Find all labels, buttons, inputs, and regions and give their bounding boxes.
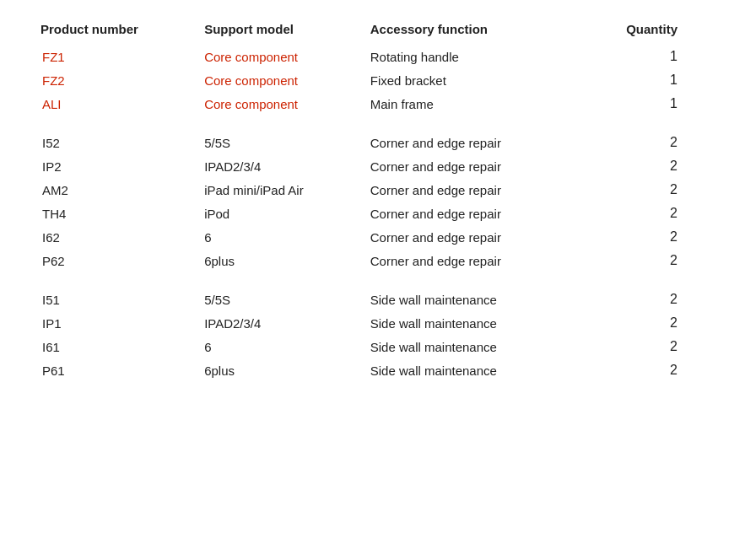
product-number: ALI bbox=[34, 92, 197, 116]
accessory-function: Corner and edge repair bbox=[364, 225, 576, 249]
quantity: 2 bbox=[576, 335, 711, 358]
product-number: FZ2 bbox=[34, 68, 197, 92]
accessory-function: Corner and edge repair bbox=[364, 131, 576, 154]
header-product-number: Product number bbox=[34, 17, 197, 45]
quantity: 2 bbox=[576, 288, 711, 311]
support-model: 5/5S bbox=[197, 131, 364, 154]
table-row: ALICore componentMain frame1 bbox=[34, 92, 711, 116]
support-model: iPod bbox=[197, 202, 364, 225]
table-row: TH4iPodCorner and edge repair2 bbox=[34, 202, 711, 225]
accessory-function: Corner and edge repair bbox=[364, 178, 576, 202]
support-model: iPad mini/iPad Air bbox=[197, 178, 364, 202]
table-row: P616plusSide wall maintenance2 bbox=[34, 358, 711, 382]
accessory-function: Corner and edge repair bbox=[364, 154, 576, 178]
product-number: I52 bbox=[34, 131, 197, 154]
quantity: 2 bbox=[576, 202, 711, 225]
support-model: IPAD2/3/4 bbox=[197, 311, 364, 335]
accessory-function: Main frame bbox=[364, 92, 576, 116]
support-model: Core component bbox=[197, 92, 364, 116]
quantity: 1 bbox=[576, 92, 711, 116]
table-row: I616Side wall maintenance2 bbox=[34, 335, 711, 358]
table-row: IP2IPAD2/3/4Corner and edge repair2 bbox=[34, 154, 711, 178]
spacer-row bbox=[34, 272, 711, 288]
header-accessory-function: Accessory function bbox=[364, 17, 576, 45]
product-number: IP1 bbox=[34, 311, 197, 335]
product-number: I61 bbox=[34, 335, 197, 358]
product-number: I62 bbox=[34, 225, 197, 249]
table-row: I626Corner and edge repair2 bbox=[34, 225, 711, 249]
support-model: 6plus bbox=[197, 358, 364, 382]
support-model: IPAD2/3/4 bbox=[197, 154, 364, 178]
table-row: I525/5SCorner and edge repair2 bbox=[34, 131, 711, 154]
support-model: 6 bbox=[197, 225, 364, 249]
product-number: P61 bbox=[34, 358, 197, 382]
product-number: P62 bbox=[34, 249, 197, 272]
quantity: 2 bbox=[576, 358, 711, 382]
accessory-function: Side wall maintenance bbox=[364, 358, 576, 382]
accessory-function: Fixed bracket bbox=[364, 68, 576, 92]
product-number: I51 bbox=[34, 288, 197, 311]
quantity: 1 bbox=[576, 68, 711, 92]
product-number: FZ1 bbox=[34, 45, 197, 68]
quantity: 2 bbox=[576, 178, 711, 202]
product-number: TH4 bbox=[34, 202, 197, 225]
quantity: 2 bbox=[576, 154, 711, 178]
accessory-function: Side wall maintenance bbox=[364, 288, 576, 311]
table-row: IP1IPAD2/3/4Side wall maintenance2 bbox=[34, 311, 711, 335]
quantity: 2 bbox=[576, 249, 711, 272]
quantity: 2 bbox=[576, 225, 711, 249]
table-row: FZ2Core componentFixed bracket1 bbox=[34, 68, 711, 92]
product-number: IP2 bbox=[34, 154, 197, 178]
support-model: Core component bbox=[197, 45, 364, 68]
table-row: FZ1Core componentRotating handle1 bbox=[34, 45, 711, 68]
header-quantity: Quantity bbox=[576, 17, 711, 45]
table-row: P626plusCorner and edge repair2 bbox=[34, 249, 711, 272]
support-model: Core component bbox=[197, 68, 364, 92]
accessory-function: Corner and edge repair bbox=[364, 202, 576, 225]
table-row: I515/5SSide wall maintenance2 bbox=[34, 288, 711, 311]
quantity: 1 bbox=[576, 45, 711, 68]
quantity: 2 bbox=[576, 131, 711, 154]
table-row: AM2iPad mini/iPad AirCorner and edge rep… bbox=[34, 178, 711, 202]
spacer-row bbox=[34, 116, 711, 131]
header-support-model: Support model bbox=[197, 17, 364, 45]
accessory-function: Rotating handle bbox=[364, 45, 576, 68]
accessory-function: Side wall maintenance bbox=[364, 311, 576, 335]
support-model: 6plus bbox=[197, 249, 364, 272]
support-model: 6 bbox=[197, 335, 364, 358]
quantity: 2 bbox=[576, 311, 711, 335]
product-number: AM2 bbox=[34, 178, 197, 202]
support-model: 5/5S bbox=[197, 288, 364, 311]
accessory-function: Corner and edge repair bbox=[364, 249, 576, 272]
accessory-function: Side wall maintenance bbox=[364, 335, 576, 358]
